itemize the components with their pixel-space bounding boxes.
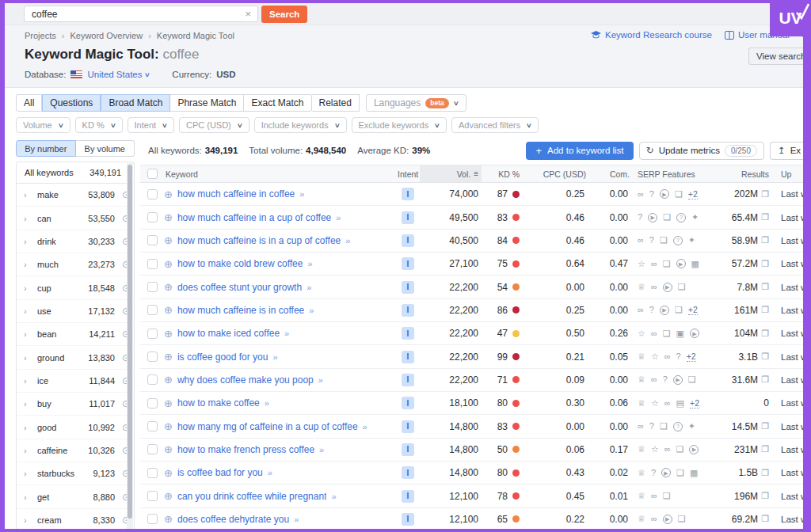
add-keyword-icon[interactable]: ⊕: [164, 443, 173, 455]
open-keyword-icon[interactable]: »: [319, 445, 323, 454]
breadcrumb-projects[interactable]: Projects: [25, 31, 56, 40]
serp-preview-icon[interactable]: ❐: [761, 491, 769, 501]
open-keyword-icon[interactable]: »: [345, 236, 349, 245]
update-metrics-button[interactable]: ↻ Update metrics 0/250: [639, 142, 764, 160]
add-keyword-icon[interactable]: ⊕: [164, 420, 173, 432]
keyword-group-cream[interactable]: ›cream8,330⊙: [17, 509, 134, 529]
chevron-right-icon[interactable]: ›: [24, 329, 37, 339]
serp-preview-icon[interactable]: ❐: [761, 259, 769, 269]
column-header-results[interactable]: Results: [720, 169, 771, 179]
filter-cpc-usd-[interactable]: CPC (USD)∨: [179, 117, 249, 133]
tab-all[interactable]: All: [16, 94, 42, 112]
column-header-kd[interactable]: KD %: [482, 169, 524, 179]
open-keyword-icon[interactable]: »: [265, 398, 268, 408]
row-checkbox[interactable]: [147, 421, 158, 431]
column-header-com[interactable]: Com.: [588, 169, 631, 179]
column-header-serp-features[interactable]: SERP Features: [631, 169, 720, 179]
add-keyword-icon[interactable]: ⊕: [164, 467, 173, 479]
open-keyword-icon[interactable]: »: [294, 515, 298, 524]
row-checkbox[interactable]: [147, 444, 158, 454]
more-serp-features[interactable]: +2: [688, 189, 698, 200]
keyword-group-caffeine[interactable]: ›caffeine10,326⊙: [17, 439, 134, 462]
keyword-group-drink[interactable]: ›drink30,233⊙: [17, 230, 134, 253]
add-keyword-icon[interactable]: ⊕: [164, 351, 173, 363]
open-keyword-icon[interactable]: »: [268, 468, 272, 477]
keyword-group-buy[interactable]: ›buy11,017⊙: [17, 393, 134, 416]
chevron-right-icon[interactable]: ›: [24, 492, 37, 502]
serp-preview-icon[interactable]: ❐: [761, 282, 769, 292]
keyword-link[interactable]: how much caffeine in a cup of coffee: [177, 212, 331, 223]
open-keyword-icon[interactable]: »: [336, 213, 340, 222]
more-serp-features[interactable]: +2: [690, 398, 699, 408]
view-search-button[interactable]: View search: [748, 48, 803, 65]
row-checkbox[interactable]: [147, 282, 158, 292]
chevron-right-icon[interactable]: ›: [24, 306, 37, 316]
keyword-link[interactable]: how much caffeine is in a cup of coffee: [177, 235, 341, 246]
keyword-link[interactable]: how to make french press coffee: [177, 444, 314, 455]
column-header-keyword[interactable]: Keyword: [164, 169, 396, 179]
filter-exclude-keywords[interactable]: Exclude keywords∨: [352, 117, 447, 133]
chevron-right-icon[interactable]: ›: [24, 353, 37, 363]
export-button[interactable]: ↥ Ex: [770, 142, 803, 160]
keyword-group-can[interactable]: ›can53,550⊙: [17, 207, 134, 230]
tab-related[interactable]: Related: [312, 94, 360, 112]
keyword-group-make[interactable]: ›make53,809⊙: [17, 184, 134, 207]
column-header-volume[interactable]: Vol. ≡: [420, 165, 482, 182]
chevron-right-icon[interactable]: ›: [24, 214, 37, 223]
serp-preview-icon[interactable]: ❐: [761, 444, 769, 454]
keyword-group-starbucks[interactable]: ›starbucks9,123⊙: [17, 462, 134, 485]
chevron-right-icon[interactable]: ›: [24, 446, 37, 455]
keyword-link[interactable]: does coffee dehydrate you: [177, 514, 289, 525]
keyword-group-bean[interactable]: ›bean14,211⊙: [17, 323, 134, 346]
add-keyword-icon[interactable]: ⊕: [164, 397, 173, 409]
open-keyword-icon[interactable]: »: [309, 306, 313, 315]
all-keywords-row[interactable]: All keywords 349,191: [17, 162, 134, 184]
tab-broad-match[interactable]: Broad Match: [101, 94, 170, 112]
column-header-intent[interactable]: Intent: [396, 169, 420, 179]
toggle-by-number[interactable]: By number: [16, 140, 76, 157]
chevron-right-icon[interactable]: ›: [24, 376, 37, 386]
search-input[interactable]: [32, 9, 243, 20]
keyword-link[interactable]: is coffee good for you: [177, 352, 268, 363]
sidebar-scrollbar-thumb[interactable]: [128, 165, 132, 519]
chevron-right-icon[interactable]: ›: [24, 237, 37, 246]
open-keyword-icon[interactable]: »: [284, 329, 288, 338]
serp-preview-icon[interactable]: ❐: [761, 352, 769, 362]
filter-kd-[interactable]: KD %∨: [75, 117, 123, 133]
add-keyword-icon[interactable]: ⊕: [164, 258, 173, 270]
keyword-group-ice[interactable]: ›ice11,844⊙: [17, 370, 134, 393]
serp-preview-icon[interactable]: ❐: [761, 468, 769, 478]
serp-preview-icon[interactable]: ❐: [761, 189, 769, 200]
chevron-right-icon[interactable]: ›: [24, 283, 37, 293]
keyword-link[interactable]: is coffee bad for you: [177, 467, 263, 478]
serp-preview-icon[interactable]: ❐: [761, 329, 769, 339]
toggle-by-volume[interactable]: By volume: [76, 140, 135, 157]
keyword-group-get[interactable]: ›get8,880⊙: [17, 485, 134, 508]
keyword-link[interactable]: how much caffeine in coffee: [177, 188, 295, 200]
row-checkbox[interactable]: [147, 235, 158, 245]
keyword-link[interactable]: how many mg of caffeine in a cup of coff…: [177, 421, 358, 432]
keyword-group-much[interactable]: ›much23,273⊙: [17, 253, 134, 276]
tab-exact-match[interactable]: Exact Match: [244, 94, 311, 112]
row-checkbox[interactable]: [147, 398, 158, 408]
row-checkbox[interactable]: [147, 212, 158, 222]
chevron-right-icon[interactable]: ›: [24, 423, 37, 432]
breadcrumb-keyword-overview[interactable]: Keyword Overview: [70, 31, 143, 40]
keyword-group-use[interactable]: ›use17,132⊙: [17, 300, 134, 323]
row-checkbox[interactable]: [147, 259, 158, 269]
row-checkbox[interactable]: [147, 352, 158, 362]
add-to-keyword-list-button[interactable]: + Add to keyword list: [526, 142, 633, 160]
keyword-research-course-link[interactable]: Keyword Research course: [591, 30, 712, 40]
add-keyword-icon[interactable]: ⊕: [164, 328, 173, 340]
row-checkbox[interactable]: [147, 514, 158, 524]
tab-phrase-match[interactable]: Phrase Match: [170, 94, 244, 112]
keyword-group-ground[interactable]: ›ground13,830⊙: [17, 346, 134, 369]
add-keyword-icon[interactable]: ⊕: [164, 188, 173, 200]
open-keyword-icon[interactable]: »: [307, 259, 311, 268]
serp-preview-icon[interactable]: ❐: [761, 212, 769, 222]
keyword-link[interactable]: how to make cold brew coffee: [177, 258, 303, 269]
filter-advanced-filters[interactable]: Advanced filters∨: [451, 117, 539, 133]
clear-search-icon[interactable]: ×: [243, 8, 253, 20]
chevron-right-icon[interactable]: ›: [24, 469, 37, 478]
more-serp-features[interactable]: +2: [688, 305, 698, 315]
